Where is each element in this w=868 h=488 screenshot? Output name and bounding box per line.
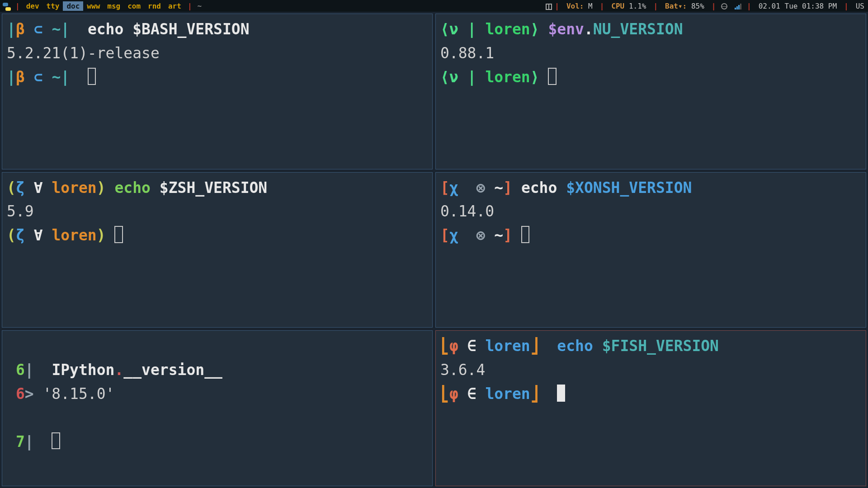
cmd-arg: $FISH_VERSION [602, 337, 719, 355]
in-number: 7 [16, 433, 25, 450]
in-number: 6 [16, 361, 25, 379]
prompt-close: ⎦ [530, 337, 539, 355]
pane-fish[interactable]: ⎣φ ∈ loren⎦ echo $FISH_VERSION 3.6.4 ⎣φ … [435, 330, 866, 486]
pane-xonsh[interactable]: [χ ⊗ ~] echo $XONSH_VERSION 0.14.0 [χ ⊗ … [435, 172, 866, 328]
signal-icon [735, 4, 741, 9]
prompt-op: ∈ [467, 337, 476, 355]
prompt-host: loren [485, 337, 530, 355]
input-line: 6| IPython.__version__ [7, 358, 428, 382]
out-mark: > [25, 385, 34, 403]
prompt-symbol: χ [449, 179, 458, 197]
prompt-path: ~ [494, 226, 503, 244]
window-title: ~ [195, 2, 202, 10]
prompt-open: | [7, 20, 16, 38]
cpu-widget: CPU 1.1% [607, 2, 651, 10]
blank-line [7, 334, 428, 358]
prompt-op: ⊗ [476, 226, 486, 244]
workspace-doc[interactable]: doc [63, 1, 83, 11]
prompt-symbol: χ [449, 226, 458, 244]
prompt-open: [ [440, 226, 449, 244]
prompt-line: (ζ ∀ loren) echo $ZSH_VERSION [7, 176, 428, 200]
cursor-icon [88, 68, 96, 85]
prompt-op: | [467, 68, 476, 86]
blank-line [7, 406, 428, 430]
prompt-host: loren [485, 385, 530, 403]
cmd-arg: $XONSH_VERSION [566, 179, 692, 197]
cpu-value: 1.1% [629, 2, 646, 10]
separator-icon: | [841, 2, 851, 10]
pane-nushell[interactable]: ⟨ν | loren⟩ $env.NU_VERSION 0.88.1 ⟨ν | … [435, 14, 866, 169]
cmd-echo: echo [557, 337, 593, 355]
prompt-op: ∈ [467, 385, 476, 403]
cmd-arg: $BASH_VERSION [132, 20, 249, 38]
prompt-close: | [61, 68, 70, 86]
prompt-host: loren [485, 20, 530, 38]
prompt-open: [ [440, 179, 449, 197]
output-line: 3.6.4 [440, 358, 861, 382]
prompt-line: |β ⊂ ~| echo $BASH_VERSION [7, 18, 428, 42]
cmd-env: $env [548, 20, 584, 38]
workspace-msg[interactable]: msg [104, 1, 124, 11]
cmd-echo: echo [114, 179, 150, 197]
workspace-rnd[interactable]: rnd [144, 1, 165, 11]
pane-ipython[interactable]: 6| IPython.__version__ 6> '8.15.0' 7| [2, 330, 433, 486]
prompt-op: ⊂ [34, 68, 43, 86]
prompt-open: ( [7, 179, 16, 197]
pane-bash[interactable]: |β ⊂ ~| echo $BASH_VERSION 5.2.21(1)-rel… [2, 14, 433, 169]
prompt-line: ⟨ν | loren⟩ [440, 66, 861, 89]
prompt-host: loren [52, 179, 96, 197]
prompt-line: ⟨ν | loren⟩ $env.NU_VERSION [440, 18, 861, 42]
prompt-line: ⎣φ ∈ loren⎦ [440, 382, 861, 406]
cmd-echo: echo [521, 179, 557, 197]
prompt-line: |β ⊂ ~| [7, 66, 428, 89]
prompt-path: ~ [494, 179, 503, 197]
prompt-op: ⊗ [476, 179, 486, 197]
prompt-symbol: ν [449, 68, 458, 86]
prompt-open: | [7, 68, 16, 86]
volume-label: Vol: [566, 2, 584, 10]
prompt-close: ] [503, 179, 512, 197]
volume-widget[interactable]: Vol: M [562, 2, 597, 10]
keyboard-layout[interactable]: US [851, 2, 865, 10]
prompt-open: ⟨ [440, 68, 449, 86]
output-line: 0.88.1 [440, 42, 861, 66]
cpu-label: CPU [611, 2, 624, 10]
statusbar-left: | dev tty doc www msg com rnd art | ~ [3, 1, 202, 11]
prompt-symbol: ζ [16, 179, 25, 197]
prompt-symbol: φ [449, 337, 458, 355]
workspace-com[interactable]: com [124, 1, 144, 11]
cursor-icon [114, 226, 123, 243]
prompt-host: loren [485, 68, 530, 86]
terminal-grid: |β ⊂ ~| echo $BASH_VERSION 5.2.21(1)-rel… [0, 12, 868, 488]
cmd-obj: IPython [52, 361, 114, 379]
prompt-symbol: ν [449, 20, 458, 38]
in-mark: | [25, 361, 34, 379]
workspace-www[interactable]: www [83, 1, 104, 11]
prompt-close: ) [97, 179, 106, 197]
layout-icon[interactable] [546, 4, 552, 10]
prompt-open: ⎣ [440, 385, 449, 403]
prompt-close: ] [503, 226, 512, 244]
python-icon [3, 3, 11, 11]
output-line: 6> '8.15.0' [7, 382, 428, 406]
prompt-close: ⎦ [530, 385, 539, 403]
separator-icon: | [597, 2, 607, 10]
battery-value: 85% [691, 2, 704, 10]
cmd-echo: echo [88, 20, 123, 38]
out-number: 6 [16, 385, 25, 403]
prompt-symbol: φ [449, 385, 458, 403]
workspace-art[interactable]: art [165, 1, 185, 11]
pane-zsh[interactable]: (ζ ∀ loren) echo $ZSH_VERSION 5.9 (ζ ∀ l… [2, 172, 433, 328]
prompt-line: [χ ⊗ ~] [440, 224, 861, 248]
prompt-op: ⊂ [34, 20, 43, 38]
cmd-dot: . [114, 361, 123, 379]
globe-icon [721, 3, 727, 9]
cursor-icon [521, 226, 529, 243]
network-widget[interactable] [718, 2, 744, 10]
prompt-open: ⟨ [440, 20, 449, 38]
workspace-tty[interactable]: tty [43, 1, 63, 11]
output-line: 5.2.21(1)-release [7, 42, 428, 66]
prompt-close: ) [97, 226, 106, 244]
separator-icon: | [744, 2, 754, 10]
workspace-dev[interactable]: dev [23, 1, 43, 11]
